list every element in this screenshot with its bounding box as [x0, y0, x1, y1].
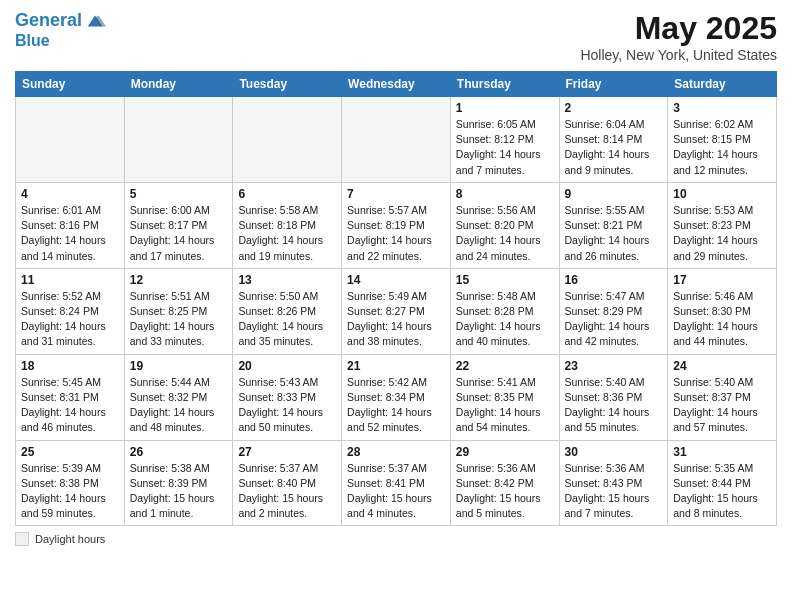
table-row: 6Sunrise: 5:58 AM Sunset: 8:18 PM Daylig… [233, 182, 342, 268]
table-row: 23Sunrise: 5:40 AM Sunset: 8:36 PM Dayli… [559, 354, 668, 440]
subtitle: Holley, New York, United States [580, 47, 777, 63]
col-friday: Friday [559, 72, 668, 97]
footer: Daylight hours [15, 532, 777, 546]
day-number: 9 [565, 187, 663, 201]
day-number: 19 [130, 359, 228, 373]
cell-content: Sunrise: 5:37 AM Sunset: 8:40 PM Dayligh… [238, 461, 336, 522]
table-row: 13Sunrise: 5:50 AM Sunset: 8:26 PM Dayli… [233, 268, 342, 354]
daylight-legend-label: Daylight hours [35, 533, 105, 545]
cell-content: Sunrise: 5:40 AM Sunset: 8:37 PM Dayligh… [673, 375, 771, 436]
cell-content: Sunrise: 5:45 AM Sunset: 8:31 PM Dayligh… [21, 375, 119, 436]
day-number: 10 [673, 187, 771, 201]
day-number: 17 [673, 273, 771, 287]
table-row: 4Sunrise: 6:01 AM Sunset: 8:16 PM Daylig… [16, 182, 125, 268]
day-number: 5 [130, 187, 228, 201]
cell-content: Sunrise: 5:58 AM Sunset: 8:18 PM Dayligh… [238, 203, 336, 264]
col-sunday: Sunday [16, 72, 125, 97]
day-number: 12 [130, 273, 228, 287]
table-row: 10Sunrise: 5:53 AM Sunset: 8:23 PM Dayli… [668, 182, 777, 268]
table-row: 16Sunrise: 5:47 AM Sunset: 8:29 PM Dayli… [559, 268, 668, 354]
logo-blue-text: Blue [15, 32, 50, 49]
cell-content: Sunrise: 6:05 AM Sunset: 8:12 PM Dayligh… [456, 117, 554, 178]
table-row: 25Sunrise: 5:39 AM Sunset: 8:38 PM Dayli… [16, 440, 125, 526]
table-row: 17Sunrise: 5:46 AM Sunset: 8:30 PM Dayli… [668, 268, 777, 354]
table-row: 1Sunrise: 6:05 AM Sunset: 8:12 PM Daylig… [450, 97, 559, 183]
table-row: 15Sunrise: 5:48 AM Sunset: 8:28 PM Dayli… [450, 268, 559, 354]
cell-content: Sunrise: 5:42 AM Sunset: 8:34 PM Dayligh… [347, 375, 445, 436]
col-thursday: Thursday [450, 72, 559, 97]
table-row: 7Sunrise: 5:57 AM Sunset: 8:19 PM Daylig… [342, 182, 451, 268]
day-number: 18 [21, 359, 119, 373]
day-number: 13 [238, 273, 336, 287]
cell-content: Sunrise: 6:04 AM Sunset: 8:14 PM Dayligh… [565, 117, 663, 178]
table-row: 29Sunrise: 5:36 AM Sunset: 8:42 PM Dayli… [450, 440, 559, 526]
day-number: 23 [565, 359, 663, 373]
table-row: 5Sunrise: 6:00 AM Sunset: 8:17 PM Daylig… [124, 182, 233, 268]
header: General Blue May 2025 Holley, New York, … [15, 10, 777, 63]
col-monday: Monday [124, 72, 233, 97]
day-number: 28 [347, 445, 445, 459]
cell-content: Sunrise: 5:39 AM Sunset: 8:38 PM Dayligh… [21, 461, 119, 522]
cell-content: Sunrise: 5:46 AM Sunset: 8:30 PM Dayligh… [673, 289, 771, 350]
day-number: 24 [673, 359, 771, 373]
cell-content: Sunrise: 5:48 AM Sunset: 8:28 PM Dayligh… [456, 289, 554, 350]
table-row: 12Sunrise: 5:51 AM Sunset: 8:25 PM Dayli… [124, 268, 233, 354]
day-number: 27 [238, 445, 336, 459]
table-row: 20Sunrise: 5:43 AM Sunset: 8:33 PM Dayli… [233, 354, 342, 440]
day-number: 1 [456, 101, 554, 115]
day-number: 20 [238, 359, 336, 373]
table-row: 31Sunrise: 5:35 AM Sunset: 8:44 PM Dayli… [668, 440, 777, 526]
cell-content: Sunrise: 5:35 AM Sunset: 8:44 PM Dayligh… [673, 461, 771, 522]
table-row: 24Sunrise: 5:40 AM Sunset: 8:37 PM Dayli… [668, 354, 777, 440]
day-number: 25 [21, 445, 119, 459]
cell-content: Sunrise: 5:44 AM Sunset: 8:32 PM Dayligh… [130, 375, 228, 436]
table-row: 27Sunrise: 5:37 AM Sunset: 8:40 PM Dayli… [233, 440, 342, 526]
cell-content: Sunrise: 5:36 AM Sunset: 8:43 PM Dayligh… [565, 461, 663, 522]
table-row: 11Sunrise: 5:52 AM Sunset: 8:24 PM Dayli… [16, 268, 125, 354]
col-wednesday: Wednesday [342, 72, 451, 97]
day-number: 11 [21, 273, 119, 287]
cell-content: Sunrise: 5:37 AM Sunset: 8:41 PM Dayligh… [347, 461, 445, 522]
title-block: May 2025 Holley, New York, United States [580, 10, 777, 63]
cell-content: Sunrise: 5:40 AM Sunset: 8:36 PM Dayligh… [565, 375, 663, 436]
day-number: 15 [456, 273, 554, 287]
page: General Blue May 2025 Holley, New York, … [0, 0, 792, 556]
table-row: 8Sunrise: 5:56 AM Sunset: 8:20 PM Daylig… [450, 182, 559, 268]
day-number: 14 [347, 273, 445, 287]
table-row: 19Sunrise: 5:44 AM Sunset: 8:32 PM Dayli… [124, 354, 233, 440]
table-row: 30Sunrise: 5:36 AM Sunset: 8:43 PM Dayli… [559, 440, 668, 526]
table-row: 28Sunrise: 5:37 AM Sunset: 8:41 PM Dayli… [342, 440, 451, 526]
cell-content: Sunrise: 5:36 AM Sunset: 8:42 PM Dayligh… [456, 461, 554, 522]
logo-text: General [15, 11, 82, 31]
daylight-legend-box [15, 532, 29, 546]
day-number: 4 [21, 187, 119, 201]
table-row [233, 97, 342, 183]
day-number: 7 [347, 187, 445, 201]
table-row: 9Sunrise: 5:55 AM Sunset: 8:21 PM Daylig… [559, 182, 668, 268]
cell-content: Sunrise: 5:57 AM Sunset: 8:19 PM Dayligh… [347, 203, 445, 264]
cell-content: Sunrise: 5:51 AM Sunset: 8:25 PM Dayligh… [130, 289, 228, 350]
cell-content: Sunrise: 6:00 AM Sunset: 8:17 PM Dayligh… [130, 203, 228, 264]
day-number: 21 [347, 359, 445, 373]
day-number: 29 [456, 445, 554, 459]
cell-content: Sunrise: 5:38 AM Sunset: 8:39 PM Dayligh… [130, 461, 228, 522]
day-number: 16 [565, 273, 663, 287]
table-row: 22Sunrise: 5:41 AM Sunset: 8:35 PM Dayli… [450, 354, 559, 440]
cell-content: Sunrise: 5:52 AM Sunset: 8:24 PM Dayligh… [21, 289, 119, 350]
cell-content: Sunrise: 5:55 AM Sunset: 8:21 PM Dayligh… [565, 203, 663, 264]
day-number: 6 [238, 187, 336, 201]
table-row [16, 97, 125, 183]
day-number: 8 [456, 187, 554, 201]
table-row: 18Sunrise: 5:45 AM Sunset: 8:31 PM Dayli… [16, 354, 125, 440]
cell-content: Sunrise: 5:47 AM Sunset: 8:29 PM Dayligh… [565, 289, 663, 350]
cell-content: Sunrise: 6:02 AM Sunset: 8:15 PM Dayligh… [673, 117, 771, 178]
day-number: 3 [673, 101, 771, 115]
day-number: 30 [565, 445, 663, 459]
main-title: May 2025 [580, 10, 777, 47]
cell-content: Sunrise: 5:50 AM Sunset: 8:26 PM Dayligh… [238, 289, 336, 350]
table-row: 21Sunrise: 5:42 AM Sunset: 8:34 PM Dayli… [342, 354, 451, 440]
cell-content: Sunrise: 5:56 AM Sunset: 8:20 PM Dayligh… [456, 203, 554, 264]
day-number: 26 [130, 445, 228, 459]
cell-content: Sunrise: 5:53 AM Sunset: 8:23 PM Dayligh… [673, 203, 771, 264]
table-row: 26Sunrise: 5:38 AM Sunset: 8:39 PM Dayli… [124, 440, 233, 526]
